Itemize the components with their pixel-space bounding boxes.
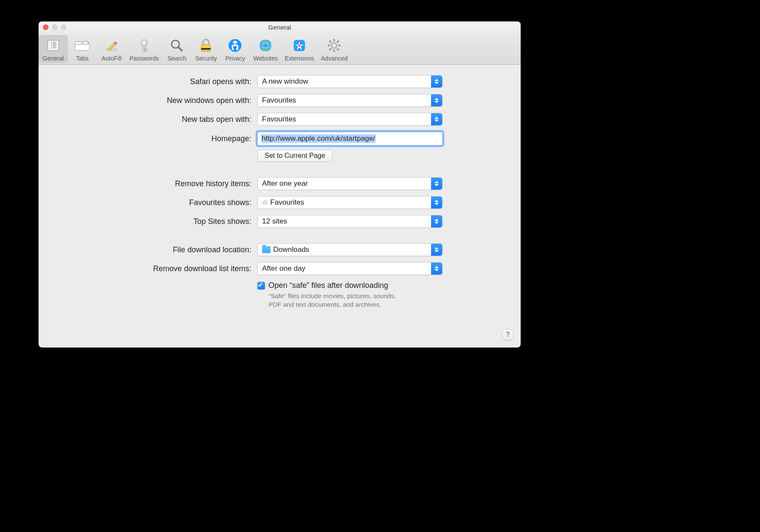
extensions-icon — [291, 37, 308, 54]
chevron-updown-icon — [431, 76, 442, 88]
svg-line-33 — [329, 48, 331, 50]
toolbar-tab-label: Advanced — [321, 55, 347, 62]
chevron-updown-icon — [431, 94, 442, 106]
label-remove-download-list-items: Remove download list items: — [56, 264, 257, 273]
svg-rect-1 — [51, 42, 53, 48]
label-new-tabs-open-with: New tabs open with: — [56, 115, 257, 124]
popup-value: Downloads — [273, 245, 309, 254]
websites-icon — [257, 37, 274, 54]
svg-rect-14 — [145, 50, 147, 51]
autofill-icon — [103, 37, 120, 54]
svg-point-25 — [299, 45, 301, 47]
toolbar-tab-security[interactable]: Security — [191, 35, 220, 63]
toolbar-tab-label: Security — [195, 55, 217, 62]
toolbar-tab-label: Tabs — [76, 55, 89, 62]
close-icon[interactable] — [43, 24, 48, 30]
label-file-download-location: File download location: — [56, 245, 257, 254]
help-button[interactable]: ? — [502, 329, 514, 341]
svg-point-11 — [143, 42, 145, 44]
toolbar-tab-tabs[interactable]: + Tabs — [68, 35, 97, 63]
popup-top-sites-shows[interactable]: 12 sites — [257, 215, 443, 228]
toolbar-tab-extensions[interactable]: Extensions — [281, 35, 317, 63]
advanced-icon — [326, 37, 343, 54]
toolbar-tab-general[interactable]: General — [39, 35, 68, 63]
checkbox-open-safe-files[interactable] — [257, 282, 265, 290]
svg-rect-18 — [201, 48, 211, 50]
folder-icon — [262, 246, 271, 253]
toolbar-tab-label: AutoFill — [102, 55, 122, 62]
search-icon — [168, 37, 185, 54]
chevron-updown-icon — [431, 215, 442, 227]
svg-rect-2 — [54, 42, 56, 48]
toolbar-tab-search[interactable]: Search — [162, 35, 191, 63]
privacy-icon — [226, 37, 244, 54]
popup-value: After one day — [262, 264, 305, 273]
window-title: General — [268, 24, 291, 31]
toolbar-tab-label: Passwords — [130, 55, 159, 62]
chevron-updown-icon — [431, 113, 442, 125]
svg-line-31 — [329, 41, 331, 42]
label-safari-opens-with: Safari opens with: — [56, 77, 257, 86]
svg-rect-4 — [75, 41, 82, 45]
toolbar-tab-label: General — [42, 55, 64, 62]
label-favourites-shows: Favourites shows: — [56, 198, 257, 207]
popup-remove-history-items[interactable]: After one year — [257, 177, 443, 190]
toolbar-tab-privacy[interactable]: Privacy — [220, 35, 250, 63]
popup-remove-download-list-items[interactable]: After one day — [257, 262, 443, 275]
star-icon: ☆ — [262, 199, 268, 206]
popup-safari-opens-with[interactable]: A new window — [257, 75, 443, 88]
toolbar-tab-websites[interactable]: Websites — [250, 35, 281, 63]
passwords-icon — [136, 37, 153, 54]
toolbar-tab-label: Websites — [253, 55, 277, 62]
input-homepage[interactable]: http://www.apple.com/uk/startpage/ — [257, 132, 443, 145]
popup-value: Favourites — [262, 115, 296, 124]
toolbar-tab-autofill[interactable]: AutoFill — [97, 35, 126, 63]
input-homepage-value: http://www.apple.com/uk/startpage/ — [261, 134, 376, 143]
toolbar-tab-advanced[interactable]: Advanced — [317, 35, 351, 63]
window-controls — [43, 21, 66, 33]
popup-value: 12 sites — [262, 217, 287, 226]
popup-new-windows-open-with[interactable]: Favourites — [257, 94, 443, 107]
svg-line-16 — [178, 47, 182, 51]
preferences-window: General General + Tab — [39, 21, 521, 348]
tabs-icon: + — [74, 37, 91, 54]
toolbar-tab-label: Extensions — [285, 55, 314, 62]
general-icon — [45, 37, 62, 54]
toolbar-tab-passwords[interactable]: Passwords — [126, 35, 162, 63]
checkbox-open-safe-files-label: Open “safe” files after downloading — [268, 281, 406, 290]
popup-new-tabs-open-with[interactable]: Favourites — [257, 113, 443, 126]
popup-value: Favourites — [262, 96, 296, 105]
svg-text:+: + — [87, 41, 89, 45]
popup-file-download-location[interactable]: Downloads — [257, 243, 443, 256]
open-safe-files-description: “Safe” files include movies, pictures, s… — [268, 292, 406, 309]
svg-marker-8 — [108, 43, 116, 51]
label-homepage: Homepage: — [56, 134, 257, 143]
popup-value: After one year — [262, 179, 308, 188]
chevron-updown-icon — [431, 196, 442, 209]
chevron-updown-icon — [431, 244, 442, 256]
security-icon — [197, 37, 214, 54]
svg-point-35 — [333, 44, 335, 47]
label-remove-history-items: Remove history items: — [56, 179, 257, 188]
popup-value: A new window — [262, 77, 308, 86]
svg-rect-13 — [145, 48, 147, 49]
zoom-icon[interactable] — [61, 24, 66, 30]
popup-value: Favourites — [270, 198, 304, 207]
label-new-windows-open-with: New windows open with: — [56, 96, 257, 105]
preferences-body: Safari opens with: A new window New wind… — [39, 65, 521, 326]
minimize-icon[interactable] — [52, 24, 57, 30]
label-top-sites-shows: Top Sites shows: — [56, 217, 257, 226]
chevron-updown-icon — [431, 178, 442, 190]
chevron-updown-icon — [431, 263, 442, 275]
preferences-toolbar: General + Tabs AutoFill — [39, 33, 521, 65]
button-set-to-current-page[interactable]: Set to Current Page — [257, 150, 332, 162]
toolbar-tab-label: Privacy — [226, 55, 245, 62]
titlebar: General — [39, 21, 521, 33]
svg-line-34 — [337, 41, 339, 42]
popup-favourites-shows[interactable]: ☆ Favourites — [257, 196, 443, 209]
svg-line-32 — [337, 48, 339, 50]
toolbar-tab-label: Search — [167, 55, 186, 62]
